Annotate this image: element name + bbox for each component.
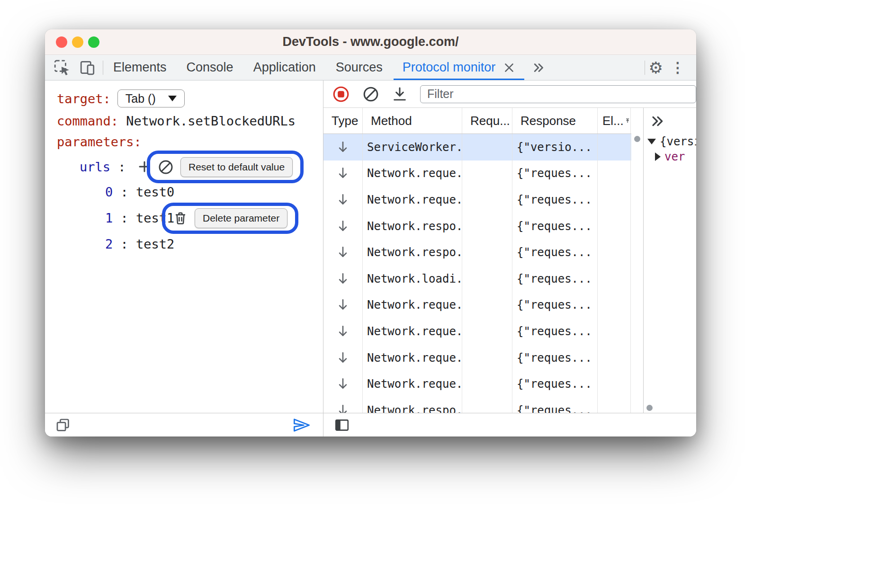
row-response: {"reques... bbox=[517, 272, 592, 285]
protocol-table-row[interactable]: Network.reque... {"reques... bbox=[323, 318, 631, 345]
row-request bbox=[462, 187, 512, 213]
row-response: {"reques... bbox=[517, 298, 592, 312]
row-method: Network.reque... bbox=[367, 167, 462, 180]
protocol-table-row[interactable]: Network.reque... {"reques... bbox=[323, 292, 631, 319]
tree-child-label: ver bbox=[664, 150, 685, 163]
send-command-icon[interactable] bbox=[293, 417, 311, 433]
zoom-window-button[interactable] bbox=[88, 36, 99, 48]
url-parameter-row[interactable]: 2 : test2 bbox=[45, 231, 323, 257]
expand-sidebar-icon[interactable] bbox=[650, 114, 665, 129]
protocol-table-row[interactable]: Network.reque... {"reques... bbox=[323, 160, 631, 187]
save-download-icon[interactable] bbox=[392, 86, 408, 102]
devtools-window: DevTools - www.google.com/ bbox=[45, 29, 696, 437]
row-elapsed bbox=[598, 266, 631, 292]
sent-message-arrow-icon bbox=[338, 141, 348, 154]
response-json-tree: {versi ver bbox=[644, 134, 696, 164]
protocol-table-row[interactable]: Network.loadi... {"reques... bbox=[323, 266, 631, 292]
row-elapsed bbox=[598, 318, 631, 345]
tree-child-row[interactable]: ver bbox=[644, 149, 696, 164]
delete-parameter-button[interactable]: Delete parameter bbox=[195, 208, 287, 228]
monitor-bottom-toolbar bbox=[323, 413, 696, 437]
protocol-monitor-pane: Type Method Requ... Response El... bbox=[323, 80, 696, 437]
filter-input[interactable] bbox=[420, 85, 696, 103]
protocol-table-body: ServiceWorker... {"versio... bbox=[323, 134, 631, 413]
sidebar-scrollbar-thumb[interactable] bbox=[646, 405, 653, 411]
param-index: 1 bbox=[105, 211, 113, 225]
column-header-type[interactable]: Type bbox=[323, 108, 363, 134]
minimize-window-button[interactable] bbox=[72, 36, 83, 48]
editor-bottom-toolbar bbox=[45, 413, 323, 437]
row-elapsed bbox=[598, 187, 631, 213]
reset-to-default-icon[interactable] bbox=[158, 159, 174, 175]
protocol-table-row[interactable]: Network.respo... {"reques... bbox=[323, 239, 631, 266]
titlebar: DevTools - www.google.com/ bbox=[45, 29, 696, 55]
row-response: {"reques... bbox=[517, 167, 592, 180]
row-request bbox=[462, 134, 512, 160]
record-stop-icon[interactable] bbox=[332, 85, 350, 103]
column-header-request[interactable]: Requ... bbox=[462, 108, 512, 134]
tree-collapsed-icon[interactable] bbox=[655, 152, 661, 161]
toggle-sidebar-panel-icon[interactable] bbox=[323, 417, 350, 433]
toggle-device-toolbar-icon[interactable] bbox=[79, 59, 96, 76]
copy-command-icon[interactable] bbox=[45, 418, 71, 433]
traffic-lights bbox=[56, 29, 99, 55]
command-value: Network.setBlockedURLs bbox=[126, 114, 296, 128]
tab-sources[interactable]: Sources bbox=[326, 55, 393, 80]
sent-message-arrow-icon bbox=[338, 193, 348, 206]
command-key: command: bbox=[57, 114, 118, 128]
desktop-background: DevTools - www.google.com/ bbox=[0, 0, 879, 588]
column-header-elapsed[interactable]: El... bbox=[598, 108, 631, 134]
tab-elements[interactable]: Elements bbox=[103, 55, 177, 80]
inspect-element-icon[interactable] bbox=[54, 59, 71, 76]
row-request bbox=[462, 266, 512, 292]
tree-expanded-icon[interactable] bbox=[647, 139, 656, 144]
table-scrollbar-thumb[interactable] bbox=[634, 136, 640, 142]
row-method: Network.respo... bbox=[367, 220, 462, 233]
row-method: ServiceWorker... bbox=[367, 141, 462, 154]
protocol-monitor-body: Type Method Requ... Response El... bbox=[323, 108, 696, 413]
row-request bbox=[462, 213, 512, 240]
row-request bbox=[462, 292, 512, 319]
reset-default-button[interactable]: Reset to default value bbox=[180, 157, 293, 177]
sent-message-arrow-icon bbox=[338, 351, 348, 365]
devtools-toolbar: Elements Console Application Sources Pro… bbox=[45, 55, 696, 80]
cdp-command-editor[interactable]: target: Tab () command: Network.setBlock… bbox=[45, 80, 323, 413]
close-tab-icon[interactable] bbox=[503, 62, 515, 74]
protocol-monitor-toolbar bbox=[323, 80, 696, 108]
target-select[interactable]: Tab () bbox=[117, 89, 185, 107]
tree-root-label: {versi bbox=[660, 135, 696, 148]
tab-application[interactable]: Application bbox=[243, 55, 326, 80]
tree-root-row[interactable]: {versi bbox=[644, 134, 696, 149]
column-header-method[interactable]: Method bbox=[363, 108, 462, 134]
clear-all-icon[interactable] bbox=[362, 86, 379, 103]
sent-message-arrow-icon bbox=[338, 325, 348, 338]
sent-message-arrow-icon bbox=[338, 404, 348, 413]
delete-parameter-callout: Delete parameter bbox=[162, 203, 298, 234]
detail-sidebar-header bbox=[644, 108, 696, 134]
protocol-table-row[interactable]: Network.reque... {"reques... bbox=[323, 371, 631, 397]
settings-gear-icon[interactable]: ⚙ bbox=[649, 60, 663, 76]
tab-protocol-monitor[interactable]: Protocol monitor bbox=[393, 55, 526, 80]
row-method: Network.respo... bbox=[367, 404, 462, 413]
more-tabs-icon[interactable] bbox=[525, 55, 553, 80]
row-elapsed bbox=[598, 292, 631, 319]
row-method: Network.reque... bbox=[367, 377, 462, 391]
column-header-response[interactable]: Response bbox=[512, 108, 598, 134]
row-elapsed bbox=[598, 345, 631, 371]
row-request bbox=[462, 318, 512, 345]
protocol-table-row[interactable]: Network.reque... {"reques... bbox=[323, 345, 631, 371]
row-method: Network.reque... bbox=[367, 298, 462, 312]
row-response: {"reques... bbox=[517, 325, 592, 338]
row-method: Network.reque... bbox=[367, 351, 462, 365]
row-method: Network.respo... bbox=[367, 246, 462, 259]
protocol-table-row[interactable]: ServiceWorker... {"versio... bbox=[323, 134, 631, 160]
protocol-table-row[interactable]: Network.respo... {"reques... bbox=[323, 397, 631, 413]
close-window-button[interactable] bbox=[56, 36, 67, 48]
more-options-icon[interactable]: ⋮ bbox=[667, 59, 689, 76]
trash-icon[interactable] bbox=[173, 211, 188, 226]
tab-console[interactable]: Console bbox=[177, 55, 243, 80]
protocol-table-row[interactable]: Network.respo... {"reques... bbox=[323, 213, 631, 240]
protocol-table-row[interactable]: Network.reque... {"reques... bbox=[323, 187, 631, 213]
sent-message-arrow-icon bbox=[338, 377, 348, 391]
devtools-main: target: Tab () command: Network.setBlock… bbox=[45, 80, 696, 437]
